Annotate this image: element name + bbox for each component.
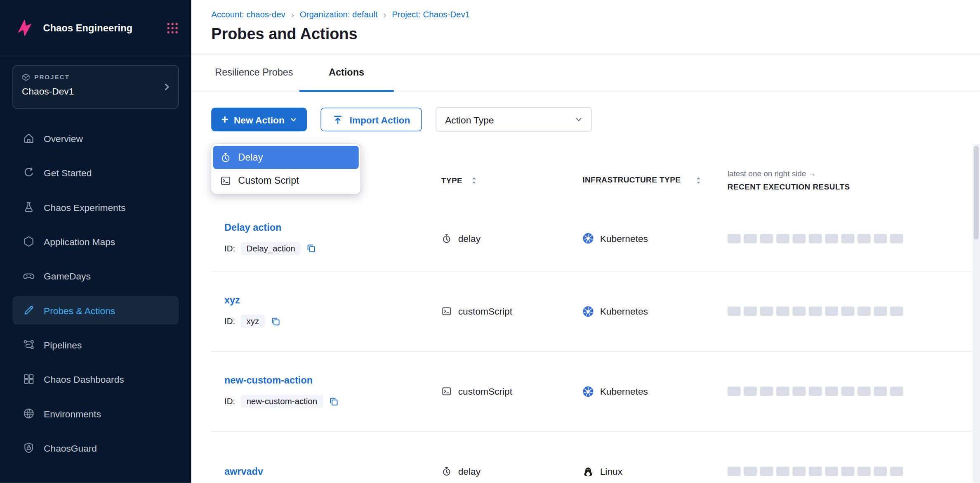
execution-result-placeholder: [809, 234, 822, 243]
action-type-value: customScript: [458, 306, 512, 317]
page-header: Account: chaos-dev›Organization: default…: [191, 0, 980, 54]
infrastructure-column-header: INFRASTRUCTURE TYPE: [582, 175, 681, 186]
execution-result-placeholder: [744, 234, 757, 243]
sidebar-item-environments[interactable]: Environments: [12, 399, 179, 428]
new-action-button[interactable]: + New Action: [211, 108, 307, 132]
scrollbar-thumb[interactable]: [974, 146, 979, 239]
timer-icon: [441, 233, 452, 244]
execution-result-placeholder: [760, 386, 773, 396]
execution-result-placeholder: [890, 234, 903, 243]
import-action-button[interactable]: Import Action: [321, 108, 422, 132]
probe-icon: [23, 304, 35, 316]
project-selector[interactable]: PROJECT Chaos-Dev1: [12, 65, 179, 109]
home-icon: [23, 132, 35, 144]
execution-result-placeholder: [760, 306, 773, 316]
main-content: Account: chaos-dev›Organization: default…: [191, 0, 980, 483]
table-row: Delay action ID: Delay_action delay Kube…: [211, 206, 971, 271]
action-name-link[interactable]: xyz: [224, 295, 240, 306]
new-action-menu: Delay Custom Script: [211, 144, 360, 194]
flask-icon: [23, 201, 35, 213]
menu-item-custom-script[interactable]: Custom Script: [213, 169, 359, 192]
execution-result-placeholder: [776, 306, 789, 316]
execution-result-placeholder: [841, 386, 855, 396]
sidebar-item-overview[interactable]: Overview: [12, 124, 179, 153]
import-icon: [332, 114, 343, 125]
sidebar-item-chaos-experiments[interactable]: Chaos Experiments: [12, 193, 179, 222]
sidebar-item-probes-actions[interactable]: Probes & Actions: [12, 296, 179, 325]
execution-result-placeholder: [792, 466, 806, 476]
execution-result-placeholder: [809, 386, 822, 396]
sidebar-item-label: Chaos Experiments: [44, 202, 125, 213]
infrastructure-value: Linux: [600, 466, 622, 477]
actions-table: TYPE INFRASTRUCTURE TYPE latest one on r…: [191, 155, 971, 483]
breadcrumb-link[interactable]: Project: Chaos-Dev1: [392, 10, 470, 19]
kubernetes-icon: [582, 305, 594, 317]
table-body: Delay action ID: Delay_action delay Kube…: [211, 206, 971, 483]
hexagon-icon: [23, 235, 35, 248]
sidebar-item-application-maps[interactable]: Application Maps: [12, 227, 179, 256]
action-type-value: delay: [458, 233, 481, 244]
linux-icon: [582, 466, 594, 477]
sidebar: Chaos Engineering PROJECT Chaos-Dev1 Ove…: [0, 0, 191, 483]
copy-icon[interactable]: [270, 316, 280, 326]
sort-icon[interactable]: [696, 176, 702, 185]
execution-result-placeholder: [760, 466, 773, 476]
action-type-select[interactable]: Action Type: [436, 107, 592, 132]
copy-icon[interactable]: [306, 243, 316, 253]
breadcrumb-link[interactable]: Account: chaos-dev: [211, 10, 285, 19]
breadcrumb-link[interactable]: Organization: default: [300, 10, 378, 19]
execution-result-placeholder: [858, 234, 871, 243]
sidebar-item-gamedays[interactable]: GameDays: [12, 261, 179, 290]
execution-result-placeholder: [792, 386, 806, 396]
execution-result-placeholder: [890, 306, 903, 316]
execution-result-placeholder: [841, 234, 855, 243]
sort-icon[interactable]: [471, 176, 477, 185]
chevron-right-icon: [163, 83, 171, 91]
recent-execution-results: [728, 386, 971, 396]
execution-result-placeholder: [858, 386, 871, 396]
execution-result-placeholder: [874, 386, 887, 396]
execution-result-placeholder: [728, 386, 741, 396]
chevron-down-icon: [290, 116, 297, 123]
execution-result-placeholder: [792, 306, 806, 316]
copy-icon[interactable]: [328, 396, 338, 406]
sidebar-item-chaos-dashboards[interactable]: Chaos Dashboards: [12, 365, 179, 393]
script-icon: [220, 175, 231, 186]
module-switcher-icon[interactable]: [166, 21, 179, 34]
menu-item-delay[interactable]: Delay: [213, 146, 359, 169]
execution-result-placeholder: [776, 466, 789, 476]
tab-resilience-probes[interactable]: Resilience Probes: [211, 54, 297, 91]
recent-execution-results: [728, 234, 971, 243]
action-name-link[interactable]: new-custom-action: [224, 375, 313, 386]
execution-result-placeholder: [792, 234, 806, 243]
sidebar-item-get-started[interactable]: Get Started: [12, 158, 179, 187]
dashboard-icon: [23, 373, 35, 385]
tab-actions[interactable]: Actions: [299, 54, 394, 91]
execution-result-placeholder: [728, 234, 741, 243]
action-id-chip: xyz: [241, 315, 265, 328]
sidebar-item-label: Environments: [44, 408, 101, 419]
chevron-right-icon: ›: [383, 10, 386, 19]
chevron-down-icon: [575, 116, 582, 123]
execution-result-placeholder: [744, 306, 757, 316]
execution-result-placeholder: [825, 306, 838, 316]
execution-result-placeholder: [728, 306, 741, 316]
harness-chaos-logo-icon: [12, 16, 35, 39]
sidebar-nav: Overview Get Started Chaos Experiments A…: [0, 124, 191, 462]
sidebar-item-chaosguard[interactable]: ChaosGuard: [12, 433, 179, 462]
script-icon: [441, 386, 452, 397]
execution-result-placeholder: [809, 466, 822, 476]
gamepad-icon: [23, 270, 35, 282]
execution-result-placeholder: [874, 306, 887, 316]
sidebar-item-pipelines[interactable]: Pipelines: [12, 330, 179, 359]
scrollbar[interactable]: [973, 144, 980, 483]
app-window: Chaos Engineering PROJECT Chaos-Dev1 Ove…: [0, 0, 980, 483]
project-label: PROJECT: [34, 74, 69, 81]
timer-icon: [220, 152, 231, 163]
action-name-link[interactable]: awrvadv: [224, 466, 263, 477]
execution-result-placeholder: [858, 306, 871, 316]
plus-icon: +: [221, 113, 228, 125]
sidebar-item-label: GameDays: [44, 270, 91, 281]
execution-result-placeholder: [744, 466, 757, 476]
action-name-link[interactable]: Delay action: [224, 222, 281, 233]
